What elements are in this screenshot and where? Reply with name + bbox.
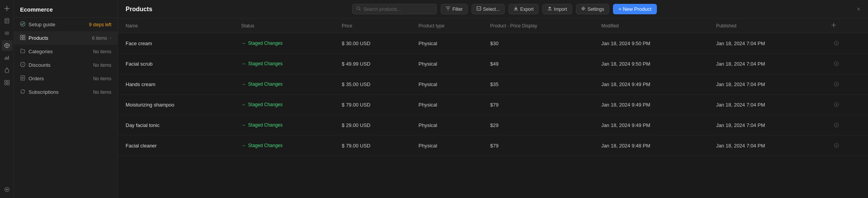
cell-row-actions[interactable]: [825, 115, 868, 135]
cell-published: Jan 18, 2024 7:04 PM: [710, 115, 825, 135]
cell-price: $ 49.99 USD: [336, 54, 412, 74]
cell-price: $ 30.00 USD: [336, 33, 412, 54]
discounts-count: No items: [93, 63, 111, 68]
cell-status: → Staged Changes: [235, 74, 336, 95]
cell-row-actions[interactable]: [825, 95, 868, 115]
products-count: 6 items: [92, 36, 107, 41]
sidebar-item-subscriptions[interactable]: Subscriptions No items: [14, 85, 118, 99]
products-table: Name Status Price Product type Product -…: [118, 19, 868, 156]
table-row[interactable]: Facial scrub → Staged Changes $ 49.99 US…: [118, 54, 868, 74]
cell-published: Jan 18, 2024 7:04 PM: [710, 95, 825, 115]
icon-rail: [0, 0, 14, 198]
svg-rect-1: [5, 80, 7, 82]
categories-icon: [20, 48, 25, 55]
table-header-row: Name Status Price Product type Product -…: [118, 19, 868, 33]
sidebar-item-products[interactable]: Products 6 items ›: [14, 31, 118, 45]
chart-icon[interactable]: [2, 52, 12, 63]
cell-modified: Jan 18, 2024 9:49 PM: [595, 95, 710, 115]
row-action-icon[interactable]: [831, 120, 842, 130]
cell-row-actions[interactable]: [825, 54, 868, 74]
check-icon: [20, 21, 25, 28]
cell-price: $ 79.00 USD: [336, 95, 412, 115]
svg-point-16: [583, 8, 584, 9]
staged-changes-arrow-icon: →: [241, 41, 246, 46]
main-content: Products Filter: [118, 0, 868, 198]
row-action-icon[interactable]: [831, 140, 842, 151]
add-icon[interactable]: [2, 3, 12, 14]
circle-icon[interactable]: [2, 184, 12, 195]
filter-button[interactable]: Filter: [441, 4, 468, 14]
col-header-price-display: Product - Price Display: [484, 19, 595, 33]
cell-status: → Staged Changes: [235, 33, 336, 54]
svg-rect-15: [477, 7, 481, 10]
discounts-icon: [20, 62, 25, 68]
droplet-icon[interactable]: [2, 65, 12, 76]
sidebar-item-orders[interactable]: Orders No items: [14, 72, 118, 85]
table-row[interactable]: Moisturizing shampoo → Staged Changes $ …: [118, 95, 868, 115]
cell-type: Physical: [412, 95, 484, 115]
col-header-modified: Modified: [595, 19, 710, 33]
cell-status: → Staged Changes: [235, 54, 336, 74]
sidebar-item-categories[interactable]: Categories No items: [14, 45, 118, 58]
sidebar-item-setup-guide[interactable]: Setup guide 9 steps left: [14, 18, 118, 31]
cell-type: Physical: [412, 54, 484, 74]
svg-rect-8: [20, 35, 22, 37]
close-button[interactable]: ×: [857, 6, 860, 13]
svg-point-6: [6, 189, 8, 190]
row-action-icon[interactable]: [831, 38, 842, 49]
setup-guide-label: Setup guide: [29, 22, 86, 27]
col-header-name: Name: [118, 19, 235, 33]
cell-price-display: $79: [484, 95, 595, 115]
orders-count: No items: [93, 76, 111, 81]
staged-changes-arrow-icon: →: [241, 61, 246, 66]
cell-name: Face cream: [118, 33, 235, 54]
cell-row-actions[interactable]: [825, 135, 868, 156]
table-row[interactable]: Face cream → Staged Changes $ 30.00 USD …: [118, 33, 868, 54]
settings-button[interactable]: Settings: [576, 4, 609, 14]
cell-status: → Staged Changes: [235, 115, 336, 135]
table-row[interactable]: Day facial tonic → Staged Changes $ 29.0…: [118, 115, 868, 135]
staged-changes-arrow-icon: →: [241, 102, 246, 107]
new-product-button[interactable]: + New Product: [613, 4, 657, 14]
categories-label: Categories: [29, 49, 90, 54]
cell-price: $ 29.00 USD: [336, 115, 412, 135]
cube-icon[interactable]: [2, 40, 12, 51]
cell-type: Physical: [412, 135, 484, 156]
cell-row-actions[interactable]: [825, 33, 868, 54]
cell-name: Hands cream: [118, 74, 235, 95]
cell-row-actions[interactable]: [825, 74, 868, 95]
search-input[interactable]: [363, 7, 433, 12]
menu-icon[interactable]: [2, 28, 12, 39]
cell-price: $ 35.00 USD: [336, 74, 412, 95]
orders-label: Orders: [29, 76, 90, 81]
sidebar: Ecommerce Setup guide 9 steps left Produ…: [14, 0, 118, 198]
page-icon[interactable]: [2, 15, 12, 26]
cell-name: Day facial tonic: [118, 115, 235, 135]
apps-icon[interactable]: [2, 77, 12, 88]
products-table-container: Name Status Price Product type Product -…: [118, 19, 868, 198]
cell-type: Physical: [412, 33, 484, 54]
search-box[interactable]: [352, 4, 437, 14]
cell-published: Jan 18, 2024 7:04 PM: [710, 74, 825, 95]
svg-rect-2: [7, 80, 9, 82]
categories-count: No items: [93, 49, 111, 54]
svg-rect-3: [5, 83, 7, 85]
sidebar-item-discounts[interactable]: Discounts No items: [14, 58, 118, 72]
staged-changes-label: Staged Changes: [248, 81, 282, 87]
staged-changes-label: Staged Changes: [248, 102, 282, 107]
products-chevron-icon: ›: [110, 36, 111, 40]
import-button[interactable]: Import: [542, 4, 572, 14]
row-action-icon[interactable]: [831, 58, 842, 69]
table-row[interactable]: Hands cream → Staged Changes $ 35.00 USD…: [118, 74, 868, 95]
discounts-label: Discounts: [29, 62, 90, 68]
table-row[interactable]: Facial cleaner → Staged Changes $ 79.00 …: [118, 135, 868, 156]
cell-status: → Staged Changes: [235, 95, 336, 115]
row-action-icon[interactable]: [831, 99, 842, 110]
export-button[interactable]: Export: [509, 4, 539, 14]
filter-icon: [446, 6, 450, 12]
search-icon: [356, 6, 361, 12]
staged-changes-arrow-icon: →: [241, 143, 246, 148]
subscriptions-count: No items: [93, 90, 111, 95]
row-action-icon[interactable]: [831, 79, 842, 90]
select-button[interactable]: Select...: [472, 4, 505, 14]
